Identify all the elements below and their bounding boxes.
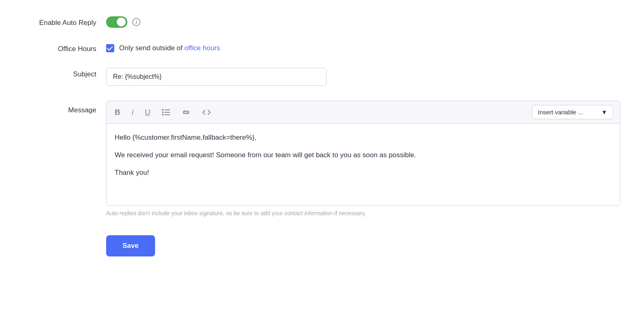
message-line-1: Hello {%customer.firstName,fallback=ther…	[115, 132, 612, 143]
subject-label: Subject	[24, 68, 106, 78]
auto-reply-toggle[interactable]	[106, 16, 127, 28]
toggle-thumb	[117, 18, 126, 27]
italic-button[interactable]: i	[130, 107, 135, 118]
save-label-spacer	[24, 231, 106, 234]
enable-auto-reply-section: Enable Auto Reply i	[24, 16, 620, 28]
bold-button[interactable]: B	[113, 107, 122, 118]
message-line-3: Thank you!	[115, 167, 612, 178]
office-hours-label: Office Hours	[24, 42, 106, 53]
office-hours-text: Only send outside of office hours	[119, 44, 220, 52]
save-button[interactable]: Save	[106, 235, 155, 256]
message-editor: B i U	[106, 100, 620, 206]
office-hours-control: Only send outside of office hours	[106, 42, 555, 52]
svg-point-4	[162, 111, 164, 113]
insert-variable-label: Insert variable ...	[538, 109, 583, 116]
message-label: Message	[24, 100, 106, 114]
subject-section: Subject	[24, 68, 620, 86]
save-control: Save	[106, 231, 555, 256]
insert-variable-dropdown[interactable]: Insert variable ... ▼	[532, 105, 613, 119]
info-icon[interactable]: i	[132, 18, 140, 26]
save-section: Save	[24, 231, 620, 256]
dropdown-chevron-icon: ▼	[601, 109, 607, 116]
svg-point-3	[162, 109, 164, 111]
office-hours-link[interactable]: office hours	[184, 44, 220, 52]
office-hours-checkbox[interactable]	[106, 44, 114, 52]
message-section: Message B i U	[24, 100, 620, 216]
svg-rect-1	[164, 112, 170, 113]
editor-toolbar: B i U	[107, 101, 620, 124]
toggle-row: i	[106, 16, 555, 28]
svg-rect-2	[164, 114, 170, 115]
code-button[interactable]	[200, 108, 213, 116]
message-line-2: We received your email request! Someone …	[115, 149, 612, 160]
editor-body[interactable]: Hello {%customer.firstName,fallback=ther…	[107, 124, 620, 205]
subject-input[interactable]	[106, 68, 326, 86]
svg-rect-0	[164, 109, 170, 110]
list-button[interactable]	[160, 108, 172, 116]
svg-point-5	[162, 114, 164, 116]
enable-auto-reply-control: i	[106, 16, 555, 28]
message-control: B i U	[106, 100, 555, 216]
enable-auto-reply-label: Enable Auto Reply	[24, 16, 106, 27]
underline-button[interactable]: U	[143, 107, 152, 118]
link-button[interactable]	[180, 109, 192, 116]
office-hours-checkbox-row: Only send outside of office hours	[106, 42, 555, 52]
office-hours-section: Office Hours Only send outside of office…	[24, 42, 620, 53]
subject-control	[106, 68, 555, 86]
message-hint: Auto replies don't include your inbox si…	[106, 210, 555, 216]
